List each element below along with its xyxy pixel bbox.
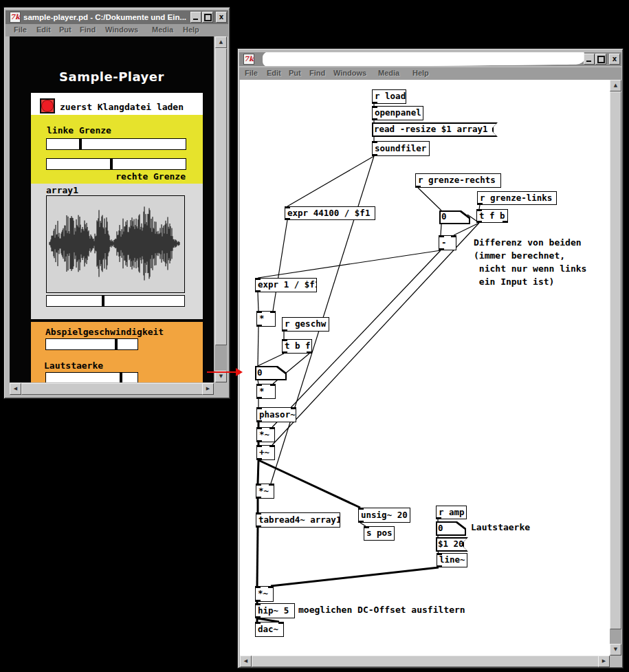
obj-r-amp[interactable]: r amp [436,506,467,519]
window-title: sample-player.pd - C:/Dokumente und Ein.… [23,13,186,21]
obj-r-grenze-rechts[interactable]: r grenze-rechts [415,173,501,188]
menu-item-help[interactable]: Help [183,25,199,34]
menu-item-file[interactable]: File [14,25,27,34]
bang-button[interactable] [40,98,55,113]
obj-r-geschw[interactable]: r geschw [282,317,329,332]
obj-phasor[interactable]: phasor~ [256,407,296,422]
inlet-nub [371,122,377,124]
num-freq[interactable]: 0 [255,366,287,380]
obj-unsig[interactable]: unsig~ 20 [358,508,410,523]
scroll-down-icon[interactable]: ▼ [610,644,621,655]
slider-lautstaerke-knob[interactable] [120,373,122,382]
minimize-icon [193,19,198,20]
obj-multsig-1[interactable]: *~ [256,427,275,442]
outlet-nub [372,154,377,156]
horizontal-scrollbar[interactable]: ◀ ▶ [10,383,214,395]
outlet-nub [255,600,261,602]
titlebar[interactable]: 7k sample-player.pd - C:/Dokumente und E… [5,10,228,24]
outlet-nub [372,102,377,104]
msg-read-resize[interactable]: read -resize $1 array1 [372,122,498,137]
patch-canvas-run-mode: Sample-Player zuerst Klangdatei laden li… [10,36,214,382]
obj-hip[interactable]: hip~ 5 [255,603,295,618]
inlet-nub [476,209,482,211]
obj-plussig[interactable]: +~ [256,445,275,460]
vertical-scrollbar[interactable]: ▲ ▼ [215,36,227,382]
slider-array-pos-knob[interactable] [102,296,104,306]
msg-amp-ramp[interactable]: $1 20 [436,537,468,552]
box-text: unsig~ 20 [359,508,410,521]
outlet-nub [439,248,444,250]
scrollbar-thumb[interactable] [610,91,621,629]
scroll-right-icon[interactable]: ▶ [202,383,214,395]
slider-array-pos[interactable] [46,295,185,307]
slider-geschwindigkeit[interactable] [45,338,138,350]
obj-mult-2[interactable]: * [256,384,276,399]
scroll-up-icon[interactable]: ▲ [215,36,227,48]
page-title: Sample-Player [10,69,214,84]
scrollbar-thumb[interactable] [21,383,203,395]
obj-openpanel[interactable]: openpanel [372,106,423,120]
obj-expr-1[interactable]: expr 1 / $f1 [255,278,317,292]
array1-waveform-display[interactable] [46,195,185,293]
box-text: $1 20 [436,537,468,550]
slider-lautstaerke[interactable] [45,372,138,382]
scroll-up-icon[interactable]: ▲ [610,80,621,91]
outlet-nub [436,517,441,519]
outlet-nub [254,379,260,381]
slider-linke-grenze[interactable] [46,138,186,150]
slider-geschwindigkeit-knob[interactable] [115,339,118,349]
patch-objects-layer: r loadopenpanelread -resize $1 array1sou… [238,49,623,668]
box-text: 0 [439,210,470,222]
box-text: line~ [437,554,467,565]
slider-rechte-grenze-knob[interactable] [110,159,113,169]
obj-dac[interactable]: dac~ [255,622,284,637]
obj-multsig-3[interactable]: *~ [255,586,274,602]
outlet-nub [256,525,261,528]
tk-icon: 7k [10,12,21,23]
obj-t-b-f[interactable]: t b f [282,339,312,354]
vertical-scrollbar[interactable]: ▲ ▼ [610,80,621,655]
box-text: soundfiler [373,142,429,154]
menu-item-media[interactable]: Media [152,25,173,34]
outlet-nub [307,351,312,354]
box-text: r geschw [283,318,329,329]
menu-item-put[interactable]: Put [59,25,71,34]
obj-mult-1[interactable]: * [256,311,276,327]
scroll-left-icon[interactable]: ◀ [240,655,252,667]
obj-r-load[interactable]: r load [372,89,406,104]
maximize-button[interactable] [202,12,213,23]
scrollbar-thumb[interactable] [215,48,227,345]
obj-multsig-2[interactable]: *~ [256,484,274,499]
inlet-nub [364,526,369,528]
obj-t-f-b[interactable]: t f b [476,209,508,223]
menu-item-windows[interactable]: Windows [105,25,138,34]
menu-item-edit[interactable]: Edit [36,25,51,34]
obj-soundfiler[interactable]: soundfiler [372,141,430,156]
comment-lautstaerke: Lautstaerke [471,522,571,535]
inlet-nub [372,141,377,143]
obj-r-grenze-links[interactable]: r grenze-links [477,191,557,205]
box-text: t b f [283,340,311,351]
obj-line[interactable]: line~ [437,553,467,567]
minimize-button[interactable] [190,12,201,23]
close-button[interactable]: x [216,12,227,23]
num-amp[interactable]: 0 [436,521,466,536]
outlet-nub [256,420,262,422]
scroll-right-icon[interactable]: ▶ [598,655,610,667]
scrollbar-thumb[interactable] [252,655,599,667]
obj-expr-44100[interactable]: expr 44100 / $f1 [285,206,375,220]
num-grenze-rechts[interactable]: 0 [439,210,470,224]
outlet-nub [435,534,441,536]
horizontal-scrollbar[interactable]: ◀ ▶ [240,655,610,667]
scroll-left-icon[interactable]: ◀ [10,383,21,395]
slider-rechte-grenze[interactable] [46,158,186,170]
inlet-nub [372,106,377,108]
obj-s-pos[interactable]: s pos [364,526,395,541]
menu-item-find[interactable]: Find [80,25,96,34]
slider-linke-grenze-knob[interactable] [79,139,82,149]
obj-minus[interactable]: - [439,235,456,250]
obj-tabread4[interactable]: tabread4~ array1 [256,512,340,528]
comment-line: nicht nur wenn links [474,263,601,277]
outlet-nub [256,440,262,442]
arrow-head-icon [236,368,243,376]
